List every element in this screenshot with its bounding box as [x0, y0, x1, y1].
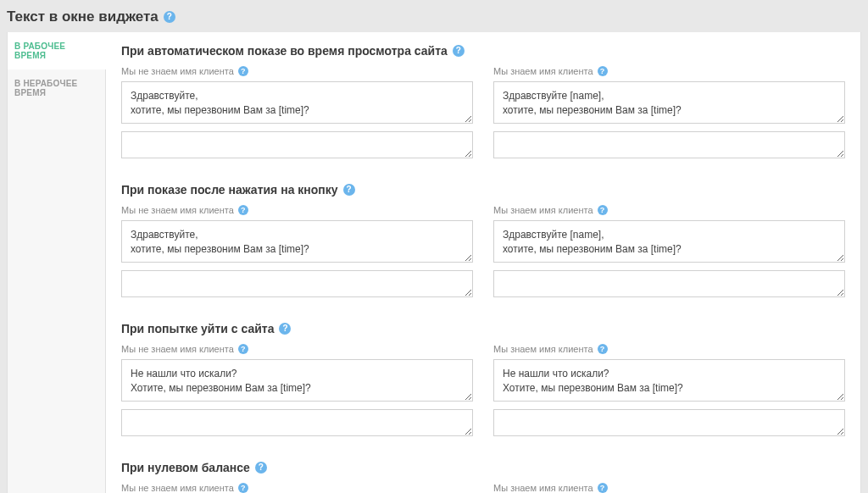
help-icon[interactable]: ? — [238, 205, 248, 215]
field-label-unknown: Мы не знаем имя клиента ? — [121, 344, 473, 354]
auto-view-known-sub-input[interactable] — [493, 131, 845, 158]
after-click-known-main-input[interactable] — [493, 220, 845, 263]
help-icon[interactable]: ? — [598, 483, 608, 493]
col-known: Мы знаем имя клиента ? — [493, 483, 845, 493]
widget-text-panel: В РАБОЧЕЕ ВРЕМЯ В НЕРАБОЧЕЕ ВРЕМЯ При ав… — [7, 32, 861, 493]
group-exit-intent: При попытке уйти с сайта ? Мы не знаем и… — [121, 322, 845, 444]
field-label-unknown: Мы не знаем имя клиента ? — [121, 483, 473, 493]
group-title: При автоматическом показе во время просм… — [121, 44, 845, 58]
exit-intent-unknown-sub-input[interactable] — [121, 409, 473, 436]
content-area: При автоматическом показе во время просм… — [106, 32, 860, 493]
field-label-text: Мы знаем имя клиента — [493, 344, 593, 354]
field-label-text: Мы не знаем имя клиента — [121, 483, 234, 493]
field-label-unknown: Мы не знаем имя клиента ? — [121, 66, 473, 76]
section-title: Текст в окне виджета ? — [7, 0, 861, 32]
help-icon[interactable]: ? — [343, 184, 355, 196]
group-title: При попытке уйти с сайта ? — [121, 322, 845, 335]
field-label-text: Мы знаем имя клиента — [493, 66, 593, 76]
exit-intent-unknown-main-input[interactable] — [121, 359, 473, 402]
col-known: Мы знаем имя клиента ? — [493, 344, 845, 444]
after-click-unknown-main-input[interactable] — [121, 220, 473, 263]
help-icon[interactable]: ? — [453, 45, 465, 57]
tabs-sidebar: В РАБОЧЕЕ ВРЕМЯ В НЕРАБОЧЕЕ ВРЕМЯ — [8, 32, 106, 493]
help-icon[interactable]: ? — [598, 66, 608, 76]
col-unknown: Мы не знаем имя клиента ? — [121, 344, 473, 444]
section-title-text: Текст в окне виджета — [7, 8, 159, 25]
col-known: Мы знаем имя клиента ? — [493, 205, 845, 305]
auto-view-unknown-main-input[interactable] — [121, 81, 473, 124]
help-icon[interactable]: ? — [598, 205, 608, 215]
group-title-text: При автоматическом показе во время просм… — [121, 44, 448, 58]
auto-view-known-main-input[interactable] — [493, 81, 845, 124]
tab-nonwork-hours[interactable]: В НЕРАБОЧЕЕ ВРЕМЯ — [8, 69, 105, 107]
field-label-known: Мы знаем имя клиента ? — [493, 66, 845, 76]
help-icon[interactable]: ? — [279, 323, 291, 335]
field-label-unknown: Мы не знаем имя клиента ? — [121, 205, 473, 215]
field-label-text: Мы не знаем имя клиента — [121, 205, 234, 215]
group-title-text: При нулевом балансе — [121, 461, 250, 474]
col-known: Мы знаем имя клиента ? — [493, 66, 845, 166]
group-zero-balance: При нулевом балансе ? Мы не знаем имя кл… — [121, 461, 845, 493]
help-icon[interactable]: ? — [164, 11, 175, 23]
exit-intent-known-main-input[interactable] — [493, 359, 845, 402]
after-click-known-sub-input[interactable] — [493, 270, 845, 297]
tab-work-hours[interactable]: В РАБОЧЕЕ ВРЕМЯ — [8, 32, 106, 69]
exit-intent-known-sub-input[interactable] — [493, 409, 845, 436]
group-title-text: При попытке уйти с сайта — [121, 322, 274, 335]
help-icon[interactable]: ? — [255, 462, 267, 474]
group-title: При показе после нажатия на кнопку ? — [121, 183, 845, 197]
help-icon[interactable]: ? — [238, 483, 248, 493]
field-label-text: Мы знаем имя клиента — [493, 205, 593, 215]
col-unknown: Мы не знаем имя клиента ? — [121, 66, 473, 166]
help-icon[interactable]: ? — [238, 344, 248, 354]
help-icon[interactable]: ? — [598, 344, 608, 354]
group-after-click: При показе после нажатия на кнопку ? Мы … — [121, 183, 845, 305]
field-label-text: Мы знаем имя клиента — [493, 483, 593, 493]
after-click-unknown-sub-input[interactable] — [121, 270, 473, 297]
group-auto-view: При автоматическом показе во время просм… — [121, 44, 845, 166]
field-label-known: Мы знаем имя клиента ? — [493, 483, 845, 493]
group-title: При нулевом балансе ? — [121, 461, 845, 474]
help-icon[interactable]: ? — [238, 66, 248, 76]
col-unknown: Мы не знаем имя клиента ? — [121, 483, 473, 493]
col-unknown: Мы не знаем имя клиента ? — [121, 205, 473, 305]
field-label-known: Мы знаем имя клиента ? — [493, 344, 845, 354]
group-title-text: При показе после нажатия на кнопку — [121, 183, 338, 197]
field-label-known: Мы знаем имя клиента ? — [493, 205, 845, 215]
field-label-text: Мы не знаем имя клиента — [121, 344, 234, 354]
field-label-text: Мы не знаем имя клиента — [121, 66, 234, 76]
auto-view-unknown-sub-input[interactable] — [121, 131, 473, 158]
